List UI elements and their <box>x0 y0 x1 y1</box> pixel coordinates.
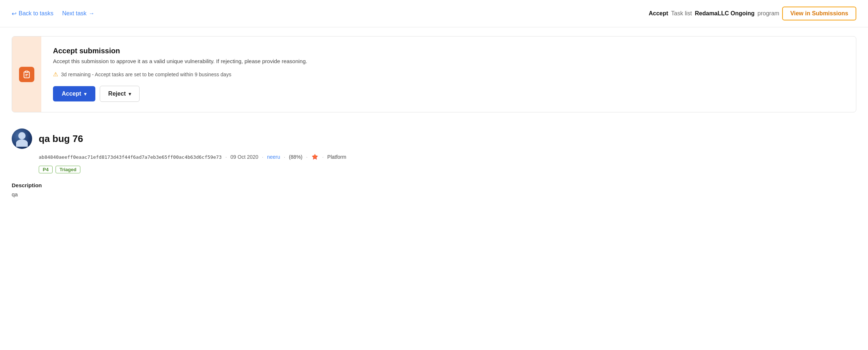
meta-separator-5: · <box>322 154 324 160</box>
submission-title: qa bug 76 <box>39 133 83 145</box>
task-card-title: Accept submission <box>53 47 844 55</box>
top-navigation: ↩ Back to tasks Next task → Accept Task … <box>0 0 868 27</box>
reject-label: Reject <box>108 91 126 97</box>
flag-icon <box>311 153 319 161</box>
view-submissions-button[interactable]: View in Submissions <box>782 7 856 20</box>
submission-author-link[interactable]: neeru <box>267 154 280 160</box>
next-task-link[interactable]: Next task → <box>62 10 95 17</box>
task-actions: Accept ▾ Reject ▾ <box>53 86 844 102</box>
accept-label: Accept <box>62 91 81 97</box>
accept-button[interactable]: Accept ▾ <box>53 86 95 101</box>
back-arrow-icon: ↩ <box>12 10 16 17</box>
avatar <box>12 128 32 149</box>
accept-chevron-icon: ▾ <box>84 91 87 97</box>
badge-triaged: Triaged <box>56 166 80 173</box>
next-arrow-icon: → <box>89 10 95 17</box>
submission-score: (88%) <box>289 154 302 160</box>
submission-hash: ab84840aeeff0eaac71efd8173d43f44f6ad7a7e… <box>39 154 222 160</box>
meta-separator-2: · <box>262 154 263 160</box>
program-bold: RedamaLLC Ongoing <box>695 10 755 17</box>
submission-date: 09 Oct 2020 <box>231 154 258 160</box>
description-section: Description qa <box>0 182 868 197</box>
badge-p4: P4 <box>39 166 53 173</box>
meta-separator-3: · <box>284 154 285 160</box>
task-warning: ⚠ 3d remaining - Accept tasks are set to… <box>53 71 844 78</box>
program-label: program <box>758 10 780 17</box>
nav-left: ↩ Back to tasks Next task → <box>12 10 640 17</box>
task-card-description: Accept this submission to approve it as … <box>53 58 844 64</box>
task-clipboard-icon <box>19 67 34 82</box>
task-card: Accept submission Accept this submission… <box>12 36 856 112</box>
submission-section: qa bug 76 ab84840aeeff0eaac71efd8173d43f… <box>0 121 868 173</box>
reject-chevron-icon: ▾ <box>129 91 131 97</box>
submission-meta: ab84840aeeff0eaac71efd8173d43f44f6ad7a7e… <box>12 153 856 161</box>
badges-container: P4 Triaged <box>12 166 856 173</box>
nav-right: Accept Task list RedamaLLC Ongoing progr… <box>649 7 856 20</box>
submission-platform: Platform <box>327 154 346 160</box>
svg-rect-0 <box>25 71 28 72</box>
task-list-bold: Accept <box>649 10 668 17</box>
meta-separator-4: · <box>306 154 308 160</box>
description-label: Description <box>12 182 856 188</box>
description-text: qa <box>12 191 856 197</box>
reject-button[interactable]: Reject ▾ <box>100 86 140 102</box>
back-to-tasks-link[interactable]: ↩ Back to tasks <box>12 10 53 17</box>
next-task-label: Next task <box>62 10 87 17</box>
submission-header: qa bug 76 <box>12 128 856 149</box>
back-to-tasks-label: Back to tasks <box>19 10 53 17</box>
task-list-label: Task list <box>671 10 692 17</box>
meta-separator-1: · <box>225 154 227 160</box>
task-card-sidebar <box>12 36 41 112</box>
warning-triangle-icon: ⚠ <box>53 71 58 78</box>
task-card-body: Accept submission Accept this submission… <box>41 36 856 112</box>
task-warning-text: 3d remaining - Accept tasks are set to b… <box>61 72 231 77</box>
